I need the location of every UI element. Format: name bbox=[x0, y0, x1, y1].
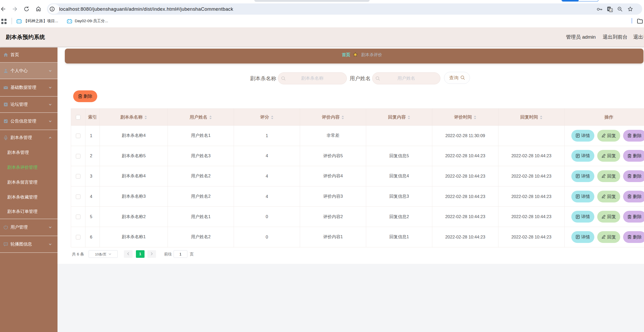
svg-text:文: 文 bbox=[610, 9, 613, 12]
